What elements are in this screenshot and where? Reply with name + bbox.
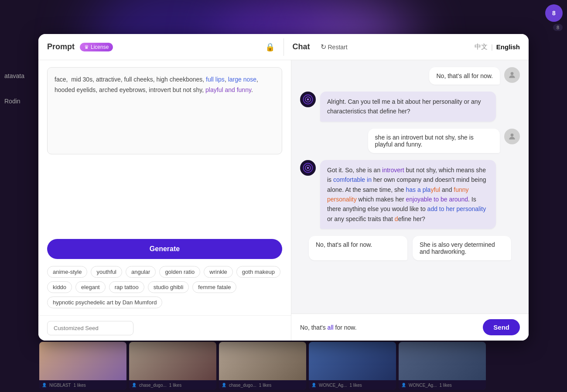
modal-body: face, mid 30s, attractive, full cheeks, … (38, 60, 529, 341)
message-ai: Alright. Can you tell me a bit about her… (300, 92, 520, 122)
user-avatar (504, 129, 520, 144)
tag-chip[interactable]: hypnotic psychedelic art by Dan Mumford (47, 297, 162, 308)
chat-title: Chat (293, 42, 310, 51)
user-bubble: No, that's all for now. (429, 67, 500, 85)
svg-point-7 (307, 167, 309, 169)
tag-container: anime-style youthful angular golden rati… (38, 266, 291, 315)
restart-button[interactable]: ↻ Restart (317, 41, 351, 53)
tag-chip[interactable]: rap tattoo (109, 281, 144, 293)
message-ai: Got it. So, she is an introvert but not … (300, 160, 520, 229)
chat-messages: No, that's all for now. (291, 60, 529, 314)
chat-input-display: No, that's all for now. (300, 320, 478, 334)
lang-divider: | (491, 43, 493, 51)
user-avatar (504, 67, 520, 83)
user-bubble: she is an introvert but not shy, she is … (368, 129, 500, 153)
suggested-reply-1[interactable]: No, that's all for now. (309, 236, 407, 260)
tag-chip[interactable]: wrinkle (204, 266, 232, 278)
lang-zh-button[interactable]: 中文 (475, 43, 488, 51)
modal-header: Prompt ♛ License 🔒 Chat ↻ Restart 中文 | E… (38, 34, 529, 60)
gallery-strip: 👤 NIGBLAST 1 likes 👤 chase_dugo... 1 lik… (39, 340, 567, 392)
message-user: she is an introvert but not shy, she is … (300, 129, 520, 153)
prompt-panel: face, mid 30s, attractive, full cheeks, … (38, 60, 291, 341)
seed-input[interactable] (47, 321, 133, 335)
prompt-textarea-container: face, mid 30s, attractive, full cheeks, … (38, 60, 291, 239)
header-divider (284, 38, 284, 56)
gallery-item[interactable]: 👤 WONCE_Ag... 1 likes (309, 342, 396, 390)
message-user: No, that's all for now. (300, 67, 520, 85)
suggested-reply-2[interactable]: She is also very determined and hardwork… (413, 236, 511, 260)
header-right: Chat ↻ Restart 中文 | English (293, 41, 520, 53)
tag-chip[interactable]: studio ghibli (148, 281, 189, 293)
user-badge-top: 8 (553, 24, 563, 31)
language-switcher: 中文 | English (475, 43, 520, 51)
main-modal: Prompt ♛ License 🔒 Chat ↻ Restart 中文 | E… (38, 34, 529, 341)
tag-chip[interactable]: kiddo (47, 281, 72, 293)
send-button[interactable]: Send (483, 319, 520, 335)
user-avatar-top[interactable]: 8 (545, 4, 563, 22)
gallery-item[interactable]: 👤 chase_dugo... 1 likes (129, 342, 216, 390)
prompt-footer (38, 315, 291, 341)
sidebar-hint: atavata Rodin (0, 65, 29, 112)
header-left: Prompt ♛ License 🔒 (47, 42, 275, 52)
suggested-replies: No, that's all for now. She is also very… (300, 236, 520, 260)
gallery-item[interactable]: 👤 NIGBLAST 1 likes (39, 342, 126, 390)
tag-chip[interactable]: anime-style (47, 266, 87, 278)
gallery-item[interactable]: 👤 WONCE_Ag... 1 likes (399, 342, 486, 390)
prompt-display[interactable]: face, mid 30s, attractive, full cheeks, … (47, 67, 282, 154)
svg-point-0 (511, 72, 514, 75)
lock-icon: 🔒 (265, 42, 275, 52)
tag-chip[interactable]: angular (126, 266, 156, 278)
gallery-item[interactable]: 👤 chase_dugo... 1 likes (219, 342, 306, 390)
ai-bubble: Alright. Can you tell me a bit about her… (320, 92, 496, 122)
ai-bubble: Got it. So, she is an introvert but not … (320, 160, 496, 229)
generate-button[interactable]: Generate (47, 239, 282, 259)
chat-input-area: No, that's all for now. Send (291, 314, 529, 341)
tag-chip[interactable]: youthful (91, 266, 122, 278)
tag-chip[interactable]: femme fatale (192, 281, 236, 293)
svg-point-4 (511, 133, 514, 136)
license-badge[interactable]: ♛ License (80, 43, 113, 51)
lang-en-button[interactable]: English (496, 43, 520, 51)
ai-avatar (300, 160, 316, 176)
tag-chip[interactable]: golden ratio (159, 266, 200, 278)
prompt-title: Prompt (47, 42, 75, 51)
tag-chip[interactable]: goth makeup (236, 266, 280, 278)
ai-avatar (300, 92, 316, 107)
svg-point-3 (307, 99, 309, 101)
tag-chip[interactable]: elegant (75, 281, 106, 293)
chat-panel: No, that's all for now. (291, 60, 529, 341)
